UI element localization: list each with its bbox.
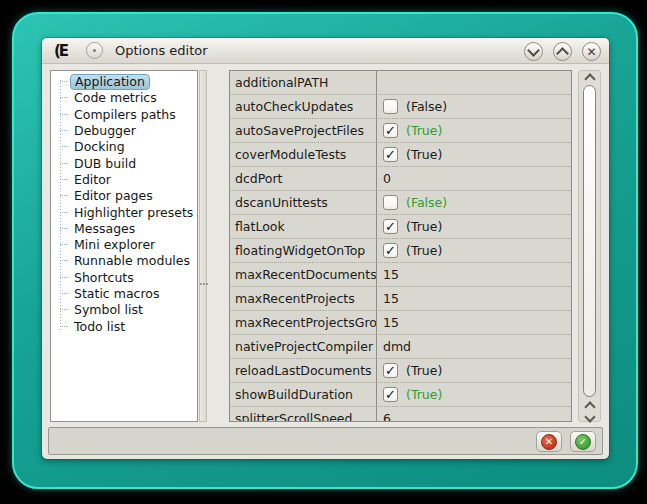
tree-guide-line xyxy=(60,80,61,332)
sidebar-item[interactable]: Debugger xyxy=(51,123,197,139)
property-value: (False) xyxy=(406,99,447,114)
property-value: dmd xyxy=(383,339,411,354)
sidebar-item-label: Runnable modules xyxy=(70,253,194,269)
property-row[interactable]: flatLook ✓ (True) xyxy=(230,215,571,239)
sidebar-tree: Application Code metrics Compilers paths… xyxy=(50,70,198,422)
sidebar-item[interactable]: Symbol list xyxy=(51,302,197,318)
property-value: (True) xyxy=(406,387,442,402)
property-value: 6 xyxy=(383,411,391,422)
scroll-up-icon[interactable] xyxy=(584,73,595,84)
property-row[interactable]: splitterScrollSpeed 6 xyxy=(230,407,571,422)
property-value: 15 xyxy=(383,291,399,306)
property-grid: additionalPATH autoCheckUpdates (False) … xyxy=(229,70,572,422)
property-value: 0 xyxy=(383,171,391,186)
tree-branch-icon xyxy=(60,114,67,116)
chevron-up-icon xyxy=(556,47,569,60)
maximize-button[interactable] xyxy=(553,42,572,61)
property-row[interactable]: autoCheckUpdates (False) xyxy=(230,95,571,119)
property-row[interactable]: maxRecentProjectsGrou 15 xyxy=(230,311,571,335)
property-row[interactable]: nativeProjectCompiler dmd xyxy=(230,335,571,359)
sidebar-item[interactable]: Messages xyxy=(51,221,197,237)
property-name: dscanUnittests xyxy=(230,191,377,214)
property-row[interactable]: additionalPATH xyxy=(230,71,571,95)
property-row[interactable]: showBuildDuration ✓ (True) xyxy=(230,383,571,407)
property-checkbox[interactable]: ✓ xyxy=(383,123,398,138)
property-row[interactable]: autoSaveProjectFiles ✓ (True) xyxy=(230,119,571,143)
tree-branch-icon xyxy=(60,81,67,83)
tree-branch-icon xyxy=(60,228,67,230)
sidebar-item[interactable]: Mini explorer xyxy=(51,237,197,253)
sidebar-item-label: Editor xyxy=(70,172,115,188)
property-row[interactable]: floatingWidgetOnTop ✓ (True) xyxy=(230,239,571,263)
property-name: flatLook xyxy=(230,215,377,238)
sidebar-item[interactable]: Editor xyxy=(51,172,197,188)
check-mark-icon: ✓ xyxy=(385,124,396,137)
tree-branch-icon xyxy=(60,195,67,197)
property-name: reloadLastDocuments xyxy=(230,359,377,382)
property-name: maxRecentProjectsGrou xyxy=(230,311,377,334)
accept-button[interactable]: ✓ xyxy=(570,431,596,452)
sidebar-item[interactable]: DUB build xyxy=(51,155,197,171)
property-name: floatingWidgetOnTop xyxy=(230,239,377,262)
sidebar-item[interactable]: Code metrics xyxy=(51,90,197,106)
property-row[interactable]: maxRecentDocuments 15 xyxy=(230,263,571,287)
sidebar-item[interactable]: Shortcuts xyxy=(51,270,197,286)
close-button[interactable]: ✕ xyxy=(582,42,601,61)
property-name: maxRecentProjects xyxy=(230,287,377,310)
menu-dot-icon xyxy=(93,49,96,52)
property-checkbox[interactable] xyxy=(383,195,398,210)
check-mark-icon: ✓ xyxy=(385,148,396,161)
sidebar-item-label: Compilers paths xyxy=(70,107,180,123)
property-checkbox[interactable]: ✓ xyxy=(383,147,398,162)
property-name: autoCheckUpdates xyxy=(230,95,377,118)
property-checkbox[interactable]: ✓ xyxy=(383,387,398,402)
sidebar-item[interactable]: Docking xyxy=(51,139,197,155)
property-row[interactable]: coverModuleTests ✓ (True) xyxy=(230,143,571,167)
scroll-down-icon[interactable] xyxy=(584,411,595,422)
property-name: dcdPort xyxy=(230,167,377,190)
property-value: (True) xyxy=(406,147,442,162)
sidebar-item[interactable]: Todo list xyxy=(51,318,197,334)
cancel-button[interactable]: ✕ xyxy=(536,431,562,452)
tree-branch-icon xyxy=(60,146,67,148)
sidebar-item-label: DUB build xyxy=(70,156,140,172)
sidebar-item[interactable]: Static macros xyxy=(51,286,197,302)
options-editor-window: (E Options editor ✕ Application xyxy=(42,38,609,459)
check-mark-icon: ✓ xyxy=(385,244,396,257)
sidebar-item[interactable]: Highlighter presets xyxy=(51,204,197,220)
shade-button[interactable] xyxy=(524,42,543,61)
scrollbar-thumb[interactable] xyxy=(583,85,596,397)
property-checkbox[interactable] xyxy=(383,99,398,114)
sidebar-item[interactable]: Runnable modules xyxy=(51,253,197,269)
sidebar-item[interactable]: Application xyxy=(51,74,197,90)
sidebar-item-label: Messages xyxy=(70,221,139,237)
tree-branch-icon xyxy=(60,277,67,279)
check-mark-icon: ✓ xyxy=(385,220,396,233)
vertical-scrollbar[interactable] xyxy=(578,70,601,422)
property-row[interactable]: reloadLastDocuments ✓ (True) xyxy=(230,359,571,383)
property-row[interactable]: dscanUnittests (False) xyxy=(230,191,571,215)
sidebar-item[interactable]: Compilers paths xyxy=(51,107,197,123)
window-menu-button[interactable] xyxy=(86,42,103,59)
splitter-grip-icon xyxy=(200,283,208,286)
property-name: additionalPATH xyxy=(230,71,377,94)
property-value: (False) xyxy=(406,195,447,210)
accept-check-icon: ✓ xyxy=(579,437,587,447)
property-row[interactable]: dcdPort 0 xyxy=(230,167,571,191)
property-name: maxRecentDocuments xyxy=(230,263,377,286)
sidebar-item[interactable]: Editor pages xyxy=(51,188,197,204)
property-row[interactable]: maxRecentProjects 15 xyxy=(230,287,571,311)
sidebar-item-label: Docking xyxy=(70,139,129,155)
property-grid-rows: additionalPATH autoCheckUpdates (False) … xyxy=(230,71,571,422)
property-name: autoSaveProjectFiles xyxy=(230,119,377,142)
tree-branch-icon xyxy=(60,293,67,295)
sidebar-item-label: Editor pages xyxy=(70,188,157,204)
titlebar: (E Options editor ✕ xyxy=(42,38,609,64)
property-checkbox[interactable]: ✓ xyxy=(383,363,398,378)
cancel-cross-icon: ✕ xyxy=(545,437,553,447)
property-checkbox[interactable]: ✓ xyxy=(383,219,398,234)
desktop-background: (E Options editor ✕ Application xyxy=(0,0,647,504)
splitter[interactable] xyxy=(199,70,207,422)
tree-branch-icon xyxy=(60,97,67,99)
property-checkbox[interactable]: ✓ xyxy=(383,243,398,258)
